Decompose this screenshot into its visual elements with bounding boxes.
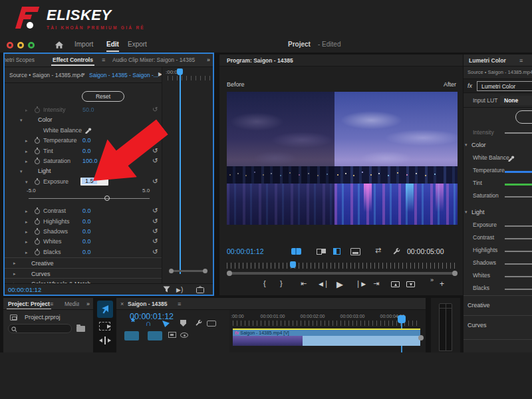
- minimize-window-button[interactable]: [17, 42, 24, 49]
- param-slider[interactable]: [505, 289, 532, 290]
- param-value[interactable]: 0.0: [82, 148, 91, 154]
- filter-properties-icon[interactable]: [163, 286, 170, 293]
- panel-menu-icon[interactable]: ≡: [50, 301, 53, 307]
- export-frame-icon[interactable]: [196, 286, 204, 293]
- twirl-icon[interactable]: ▸: [25, 219, 28, 225]
- twirl-icon[interactable]: ▸: [13, 271, 16, 277]
- play-around-icon[interactable]: ▶): [176, 286, 183, 293]
- reset-param-icon[interactable]: ↺: [152, 237, 158, 245]
- snap-magnet-icon[interactable]: ∩: [146, 319, 152, 328]
- param-value[interactable]: 100.0: [82, 158, 98, 164]
- twirl-icon[interactable]: ▾: [465, 142, 467, 148]
- close-window-button[interactable]: [7, 42, 13, 49]
- effect-controls-mini-timeline[interactable]: :00:00: [162, 67, 213, 285]
- twirl-icon[interactable]: ▾: [465, 209, 467, 215]
- timeline-timecode[interactable]: 00:00:01:12: [130, 312, 174, 321]
- reset-param-icon[interactable]: ↺: [152, 217, 158, 225]
- add-button-icon[interactable]: +: [440, 279, 444, 289]
- mini-timeline-scrollbar[interactable]: [169, 269, 207, 273]
- twirl-icon[interactable]: ▾: [25, 180, 28, 185]
- stopwatch-icon[interactable]: [35, 180, 40, 185]
- param-slider[interactable]: [505, 238, 532, 239]
- menu-edit[interactable]: Edit: [106, 41, 119, 48]
- twirl-icon[interactable]: ▸: [25, 108, 28, 113]
- home-icon[interactable]: [55, 41, 64, 49]
- lift-icon[interactable]: [391, 281, 400, 287]
- stopwatch-icon[interactable]: [35, 219, 40, 225]
- param-slider[interactable]: [505, 171, 532, 173]
- program-ruler[interactable]: [227, 263, 458, 269]
- safe-margins-icon[interactable]: [350, 248, 360, 255]
- twirl-icon[interactable]: ▸: [25, 209, 28, 214]
- comparison-view-icon[interactable]: [291, 248, 301, 255]
- tab-lumetri-color[interactable]: Lumetri Color: [469, 57, 506, 64]
- step-back-icon[interactable]: ◀❘: [319, 279, 329, 288]
- eyedropper-icon[interactable]: [507, 154, 515, 162]
- stopwatch-icon[interactable]: [35, 108, 40, 113]
- twirl-icon[interactable]: ▾: [20, 169, 23, 174]
- mark-in-icon[interactable]: {: [263, 279, 266, 287]
- panel-menu-icon[interactable]: ≡: [519, 57, 523, 64]
- reset-param-icon[interactable]: ↺: [152, 248, 158, 255]
- effect-controls-timecode[interactable]: 00:00:01:12: [8, 286, 41, 293]
- stopwatch-icon[interactable]: [35, 138, 40, 144]
- param-slider[interactable]: [505, 276, 532, 277]
- reset-param-icon[interactable]: ↺: [152, 157, 158, 164]
- twirl-icon[interactable]: ▸: [13, 261, 16, 266]
- tab-lumetri-scopes[interactable]: Lumetri Scopes: [5, 57, 35, 63]
- ripple-edit-tool-button[interactable]: [99, 336, 111, 344]
- track-target-v1[interactable]: [124, 331, 139, 340]
- param-value[interactable]: 0.0: [82, 207, 91, 214]
- twirl-icon[interactable]: ▸: [25, 149, 28, 154]
- track-target-a1[interactable]: [148, 331, 162, 340]
- reset-param-icon[interactable]: ↺: [152, 106, 158, 113]
- captions-icon[interactable]: [207, 321, 216, 327]
- side-by-side-view-icon[interactable]: [317, 248, 326, 254]
- tab-project[interactable]: Project: Project: [8, 301, 50, 307]
- split-view-icon[interactable]: [333, 248, 340, 255]
- stopwatch-icon[interactable]: [35, 239, 40, 245]
- sequence-clip-selector[interactable]: Saigon - 14385 - Saigon -...: [89, 72, 158, 78]
- stopwatch-icon[interactable]: [35, 149, 40, 154]
- program-playhead[interactable]: [290, 261, 296, 268]
- track-visibility-eye-icon[interactable]: [180, 332, 188, 338]
- tab-sequence[interactable]: Saigon - 14385: [128, 301, 168, 307]
- play-button-icon[interactable]: ▶: [336, 279, 343, 289]
- twirl-icon[interactable]: ▸: [25, 250, 28, 255]
- input-lut-select[interactable]: None: [500, 96, 532, 105]
- menu-import[interactable]: Import: [74, 41, 93, 48]
- param-slider[interactable]: [505, 184, 532, 186]
- timeline-scroll-handle[interactable]: [418, 335, 424, 340]
- param-value[interactable]: 0.0: [82, 249, 91, 255]
- panel-menu-icon[interactable]: ≡: [289, 57, 292, 64]
- search-input[interactable]: [8, 324, 72, 333]
- tab-media-browser[interactable]: Media Browser: [65, 301, 79, 307]
- twirl-icon[interactable]: ▸: [25, 138, 28, 144]
- menu-export[interactable]: Export: [128, 41, 147, 48]
- reset-param-icon[interactable]: ↺: [152, 178, 158, 185]
- param-value[interactable]: 0.0: [82, 218, 91, 225]
- tab-audio-clip-mixer[interactable]: Audio Clip Mixer: Saigon - 14385: [112, 57, 195, 63]
- zoom-window-button[interactable]: [28, 42, 35, 49]
- step-forward-icon[interactable]: ❘▶: [355, 279, 366, 288]
- stopwatch-icon[interactable]: [35, 250, 40, 255]
- lumetri-reset-button[interactable]: [515, 110, 532, 124]
- lumetri-section-curves[interactable]: Curves: [464, 315, 532, 335]
- param-value[interactable]: 0.0: [82, 238, 91, 245]
- slider-handle[interactable]: [104, 196, 110, 201]
- stopwatch-icon[interactable]: [35, 209, 40, 214]
- param-value[interactable]: 50.0: [82, 106, 94, 113]
- go-to-out-icon[interactable]: ⇥: [373, 279, 379, 288]
- twirl-icon[interactable]: ▸: [25, 159, 28, 164]
- tab-effect-controls[interactable]: Effect Controls: [53, 57, 93, 63]
- timeline-ruler-zone[interactable]: :00:0000:00:01:0000:00:02:0000:00:03:000…: [229, 310, 426, 352]
- param-value[interactable]: 0.0: [82, 228, 91, 235]
- more-controls-icon[interactable]: »: [430, 277, 434, 283]
- close-tab-icon[interactable]: ×: [120, 301, 124, 307]
- add-marker-icon[interactable]: [180, 320, 186, 327]
- param-slider[interactable]: [505, 225, 532, 227]
- param-value[interactable]: 0.0: [82, 137, 91, 144]
- mark-out-icon[interactable]: }: [280, 279, 283, 287]
- twirl-icon[interactable]: ▸: [25, 229, 28, 235]
- stopwatch-icon[interactable]: [35, 229, 40, 235]
